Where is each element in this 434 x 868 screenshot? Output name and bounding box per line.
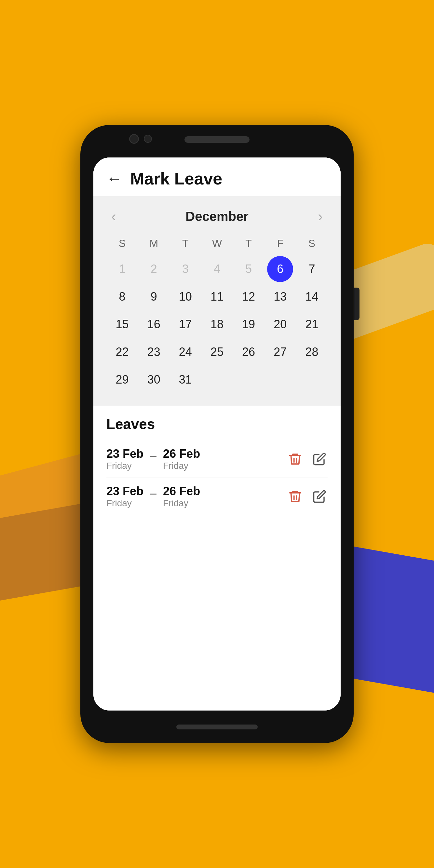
day-header-wed: W xyxy=(201,234,232,253)
calendar-prev-button[interactable]: ‹ xyxy=(106,207,121,226)
delete-leave-button-1[interactable] xyxy=(287,450,303,468)
calendar-day-27[interactable]: 27 xyxy=(267,339,293,365)
phone-top-bar xyxy=(80,125,354,157)
calendar-day-10[interactable]: 10 xyxy=(173,284,198,310)
calendar-header: ‹ December › xyxy=(106,207,328,226)
leave-dates-2: 23 Feb Friday – 26 Feb Friday xyxy=(106,485,287,508)
calendar-day-empty-3 xyxy=(267,367,293,393)
day-header-thu: T xyxy=(233,234,265,253)
leaves-section: Leaves 23 Feb Friday – 26 Feb Friday xyxy=(93,406,341,522)
calendar-month-label: December xyxy=(185,209,248,224)
leave-from-day-1: Friday xyxy=(106,461,144,471)
phone-speaker xyxy=(184,136,250,143)
calendar-day-8[interactable]: 8 xyxy=(109,284,135,310)
calendar-day-empty-1 xyxy=(204,367,230,393)
calendar-day-4[interactable]: 4 xyxy=(204,256,230,282)
leave-item-2: 23 Feb Friday – 26 Feb Friday xyxy=(106,478,328,515)
calendar-day-12[interactable]: 12 xyxy=(236,284,261,310)
leave-actions-2 xyxy=(287,488,328,505)
calendar-day-20[interactable]: 20 xyxy=(267,311,293,337)
calendar-day-1[interactable]: 1 xyxy=(109,256,135,282)
calendar-day-5[interactable]: 5 xyxy=(236,256,261,282)
leave-dash-2: – xyxy=(150,486,156,506)
day-header-mon: M xyxy=(138,234,169,253)
leave-from-date-1: 23 Feb xyxy=(106,447,144,461)
calendar-day-17[interactable]: 17 xyxy=(173,311,198,337)
day-header-tue: T xyxy=(169,234,201,253)
leave-dates-1: 23 Feb Friday – 26 Feb Friday xyxy=(106,447,287,471)
leave-actions-1 xyxy=(287,450,328,468)
delete-leave-button-2[interactable] xyxy=(287,488,303,505)
page-title: Mark Leave xyxy=(130,169,222,188)
leave-to-day-1: Friday xyxy=(163,461,200,471)
leave-to-day-2: Friday xyxy=(163,498,200,508)
calendar-next-button[interactable]: › xyxy=(313,207,328,226)
calendar-day-31[interactable]: 31 xyxy=(173,367,198,393)
edit-leave-button-2[interactable] xyxy=(311,488,328,505)
calendar-day-2[interactable]: 2 xyxy=(141,256,167,282)
calendar-day-25[interactable]: 25 xyxy=(204,339,230,365)
calendar-day-22[interactable]: 22 xyxy=(109,339,135,365)
calendar-day-23[interactable]: 23 xyxy=(141,339,167,365)
back-button[interactable]: ← xyxy=(106,171,122,186)
calendar-day-18[interactable]: 18 xyxy=(204,311,230,337)
phone-camera-left xyxy=(129,134,139,144)
calendar-day-13[interactable]: 13 xyxy=(267,284,293,310)
leave-to-date-1: 26 Feb xyxy=(163,447,200,461)
calendar-day-empty-2 xyxy=(236,367,261,393)
leave-to-block-1: 26 Feb Friday xyxy=(163,447,200,471)
calendar-day-29[interactable]: 29 xyxy=(109,367,135,393)
calendar-day-30[interactable]: 30 xyxy=(141,367,167,393)
calendar-day-empty-4 xyxy=(299,367,325,393)
calendar-day-28[interactable]: 28 xyxy=(299,339,325,365)
calendar-day-3[interactable]: 3 xyxy=(173,256,198,282)
day-header-sun: S xyxy=(106,234,138,253)
day-header-sat: S xyxy=(296,234,328,253)
calendar-section: ‹ December › S M T W T F S 1 2 xyxy=(93,197,341,406)
leave-to-date-2: 26 Feb xyxy=(163,485,200,498)
app-header: ← Mark Leave xyxy=(93,157,341,197)
phone-frame: ← Mark Leave ‹ December › S M T W T F S xyxy=(80,125,354,743)
phone-side-button xyxy=(354,288,360,320)
calendar-days-header: S M T W T F S xyxy=(106,234,328,253)
phone-screen: ← Mark Leave ‹ December › S M T W T F S xyxy=(93,157,341,711)
calendar-grid: 1 2 3 4 5 6 7 8 9 10 11 12 13 14 15 16 xyxy=(106,256,328,393)
phone-camera-right xyxy=(144,135,152,143)
calendar-day-24[interactable]: 24 xyxy=(173,339,198,365)
calendar-day-26[interactable]: 26 xyxy=(236,339,261,365)
leave-to-block-2: 26 Feb Friday xyxy=(163,485,200,508)
calendar-day-11[interactable]: 11 xyxy=(204,284,230,310)
calendar-day-15[interactable]: 15 xyxy=(109,311,135,337)
calendar-day-16[interactable]: 16 xyxy=(141,311,167,337)
phone-bottom-bar xyxy=(80,711,354,743)
calendar-day-9[interactable]: 9 xyxy=(141,284,167,310)
calendar-day-6[interactable]: 6 xyxy=(267,256,293,282)
edit-leave-button-1[interactable] xyxy=(311,450,328,468)
leave-from-day-2: Friday xyxy=(106,498,144,508)
day-header-fri: F xyxy=(265,234,296,253)
calendar-day-21[interactable]: 21 xyxy=(299,311,325,337)
calendar-day-19[interactable]: 19 xyxy=(236,311,261,337)
leaves-title: Leaves xyxy=(106,416,328,432)
calendar-day-7[interactable]: 7 xyxy=(299,256,325,282)
phone-home-indicator[interactable] xyxy=(176,724,258,730)
leave-item-1: 23 Feb Friday – 26 Feb Friday xyxy=(106,440,328,478)
leave-from-date-2: 23 Feb xyxy=(106,485,144,498)
calendar-day-14[interactable]: 14 xyxy=(299,284,325,310)
leave-from-block-1: 23 Feb Friday xyxy=(106,447,144,471)
leave-dash-1: – xyxy=(150,449,156,469)
leave-from-block-2: 23 Feb Friday xyxy=(106,485,144,508)
app-content: ← Mark Leave ‹ December › S M T W T F S xyxy=(93,157,341,711)
